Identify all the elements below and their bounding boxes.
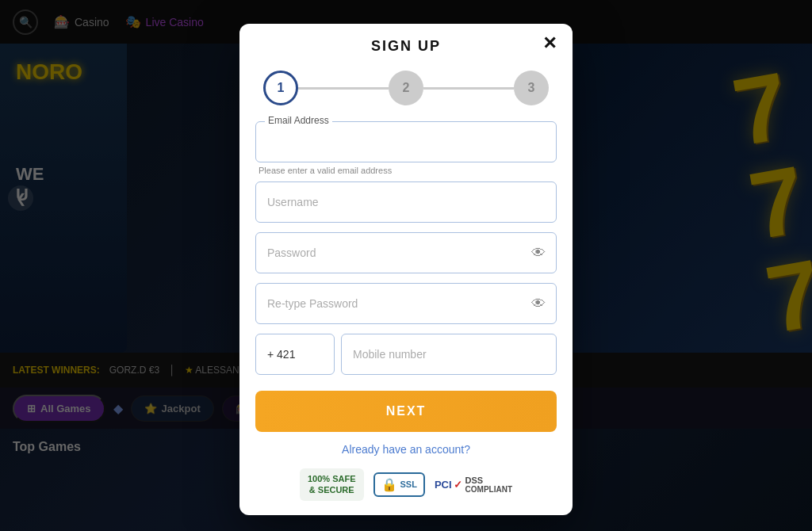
step-3-label: 3 xyxy=(528,81,535,95)
email-field-wrapper: Email Address xyxy=(255,121,557,162)
pci-text: PCI xyxy=(435,479,452,491)
already-have-account-link[interactable]: Already have an account? xyxy=(255,443,557,456)
email-input[interactable] xyxy=(255,121,557,162)
safe-secure-badge: 100% SAFE & SECURE xyxy=(300,468,364,501)
phone-input[interactable] xyxy=(341,334,557,375)
step-1-label: 1 xyxy=(278,81,285,95)
ssl-badge: 🔒 SSL xyxy=(373,472,425,497)
password-field-wrapper: 👁 xyxy=(255,232,557,273)
step-line-1-2 xyxy=(298,87,389,90)
modal-close-button[interactable]: ✕ xyxy=(542,35,557,52)
dss-label: DSS xyxy=(465,476,512,485)
step-indicator: 1 2 3 xyxy=(239,63,573,121)
modal-overlay: SIGN UP ✕ 1 2 3 Email Address Please xyxy=(0,0,812,531)
signup-form: Email Address Please enter a valid email… xyxy=(239,121,573,456)
password-input[interactable] xyxy=(255,232,557,273)
retype-password-input[interactable] xyxy=(255,283,557,324)
lock-icon: 🔒 xyxy=(381,477,397,492)
phone-field-wrapper: + 421 xyxy=(255,334,557,375)
step-2-circle: 2 xyxy=(389,71,423,105)
step-1-circle: 1 xyxy=(263,71,298,105)
username-field-wrapper xyxy=(255,181,557,223)
retype-password-field-wrapper: 👁 xyxy=(255,283,557,324)
badge-safe-line2: & SECURE xyxy=(309,484,354,495)
modal-header: SIGN UP ✕ xyxy=(239,24,573,63)
pci-badge: PCI ✓ DSS COMPLIANT xyxy=(435,476,512,494)
retype-password-toggle-icon[interactable]: 👁 xyxy=(531,296,546,312)
step-line-2-3 xyxy=(423,87,514,90)
next-button-label: NEXT xyxy=(386,404,427,418)
username-input[interactable] xyxy=(255,181,557,223)
next-button[interactable]: NEXT xyxy=(255,391,557,432)
phone-prefix-display: + 421 xyxy=(255,334,335,375)
step-2-label: 2 xyxy=(403,81,410,95)
ssl-label: SSL xyxy=(400,479,417,489)
email-label: Email Address xyxy=(265,115,332,126)
pci-check-icon: ✓ xyxy=(454,479,462,491)
badge-safe-line1: 100% SAFE xyxy=(308,473,356,484)
email-validation-message: Please enter a valid email address xyxy=(259,166,557,175)
password-toggle-icon[interactable]: 👁 xyxy=(531,245,546,262)
signup-modal: SIGN UP ✕ 1 2 3 Email Address Please xyxy=(239,24,573,515)
security-badges: 100% SAFE & SECURE 🔒 SSL PCI ✓ DSS COMPL… xyxy=(239,468,573,501)
modal-title: SIGN UP xyxy=(371,38,441,55)
step-3-circle: 3 xyxy=(514,71,549,105)
compliant-label: COMPLIANT xyxy=(465,485,512,494)
